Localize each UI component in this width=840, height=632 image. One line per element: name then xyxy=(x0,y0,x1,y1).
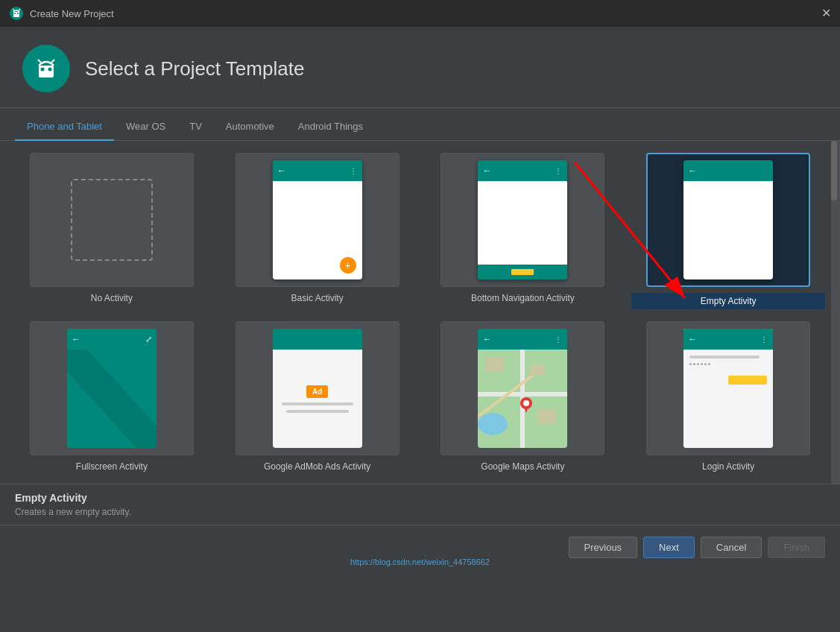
templates-area: No Activity ← ⋮ + Basic Activity xyxy=(0,141,840,484)
previous-button[interactable]: Previous xyxy=(569,537,638,558)
maps-mockup: ← ⋮ xyxy=(478,329,567,448)
basic-activity-toolbar: ← ⋮ xyxy=(273,160,362,181)
footer: https://blog.csdn.net/weixin_44758662 Pr… xyxy=(0,525,840,569)
fullscreen-body xyxy=(67,350,157,448)
template-login[interactable]: ← ⋮ xyxy=(631,321,825,472)
dot1 xyxy=(689,363,692,365)
title-bar-left: Create New Project xyxy=(9,6,114,21)
template-empty-activity[interactable]: ← Empty Activity xyxy=(631,153,825,309)
template-no-activity[interactable]: No Activity xyxy=(15,153,209,309)
template-basic-activity[interactable]: ← ⋮ + Basic Activity xyxy=(221,153,414,309)
svg-point-3 xyxy=(17,13,19,14)
template-no-activity-preview xyxy=(30,153,194,287)
admob-toolbar xyxy=(273,329,362,350)
page-title: Select a Project Template xyxy=(85,57,304,80)
bottom-info: Empty Activity Creates a new empty activ… xyxy=(0,484,840,525)
back-icon2: ← xyxy=(482,165,491,176)
maps-toolbar: ← ⋮ xyxy=(478,329,567,350)
svg-point-2 xyxy=(14,13,16,14)
template-login-label: Login Activity xyxy=(702,461,754,472)
template-fullscreen-preview: ← ⤢ xyxy=(30,321,194,455)
tab-android-things[interactable]: Android Things xyxy=(286,113,375,141)
template-no-activity-label: No Activity xyxy=(91,293,133,303)
templates-grid: No Activity ← ⋮ + Basic Activity xyxy=(15,153,825,472)
title-bar-title: Create New Project xyxy=(30,8,114,19)
dot5 xyxy=(704,363,707,365)
diagonal-decoration xyxy=(67,350,157,448)
tab-wear-os[interactable]: Wear OS xyxy=(114,113,177,141)
title-bar: Create New Project ✕ xyxy=(0,0,840,27)
bottom-nav-toolbar: ← ⋮ xyxy=(478,160,567,181)
selected-template-description: Creates a new empty activity. xyxy=(15,507,825,517)
tab-tv[interactable]: TV xyxy=(177,113,214,141)
dot3 xyxy=(697,363,699,365)
ad-badge: Ad xyxy=(306,385,328,398)
bottom-nav-mockup: ← ⋮ xyxy=(478,160,567,279)
empty-activity-body xyxy=(683,181,773,279)
tab-automotive[interactable]: Automotive xyxy=(214,113,286,141)
basic-activity-body: + xyxy=(273,181,362,279)
map-visual xyxy=(478,350,567,448)
menu-icon5: ⋮ xyxy=(555,335,563,344)
back-icon4: ← xyxy=(72,334,80,344)
back-icon5: ← xyxy=(482,334,491,344)
finish-button[interactable]: Finish xyxy=(768,537,825,558)
menu-icon2: ⋮ xyxy=(555,167,563,175)
fab-button: + xyxy=(340,257,356,274)
back-icon3: ← xyxy=(688,165,697,176)
admob-body: Ad xyxy=(273,350,362,448)
template-basic-activity-label: Basic Activity xyxy=(291,293,344,303)
bottom-nav-body xyxy=(478,181,567,265)
svg-point-8 xyxy=(41,68,45,72)
dot4 xyxy=(701,363,703,365)
template-maps[interactable]: ← ⋮ xyxy=(426,321,620,472)
template-empty-activity-label: Empty Activity xyxy=(631,293,825,309)
ad-line2 xyxy=(286,410,349,413)
template-admob-preview: Ad xyxy=(236,321,400,455)
svg-rect-19 xyxy=(485,357,504,372)
template-maps-label: Google Maps Activity xyxy=(481,461,564,472)
template-bottom-nav-preview: ← ⋮ xyxy=(440,153,604,287)
svg-rect-7 xyxy=(39,66,54,78)
tab-phone-tablet[interactable]: Phone and Tablet xyxy=(15,113,114,141)
scrollbar[interactable] xyxy=(831,141,840,484)
template-fullscreen-label: Fullscreen Activity xyxy=(76,461,148,472)
back-icon6: ← xyxy=(688,334,697,344)
menu-icon6: ⋮ xyxy=(760,335,768,344)
template-login-preview: ← ⋮ xyxy=(646,321,810,455)
nav-item xyxy=(511,269,534,275)
template-bottom-nav-label: Bottom Navigation Activity xyxy=(471,293,575,303)
login-field1 xyxy=(689,356,760,358)
svg-rect-21 xyxy=(537,409,556,424)
login-button xyxy=(728,376,767,385)
template-fullscreen[interactable]: ← ⤢ Fullscreen Activity xyxy=(15,321,209,472)
back-icon: ← xyxy=(277,165,286,176)
svg-line-14 xyxy=(67,350,157,448)
next-button[interactable]: Next xyxy=(643,537,695,558)
fullscreen-mockup: ← ⤢ xyxy=(67,329,157,448)
svg-point-9 xyxy=(48,68,52,72)
empty-activity-toolbar: ← xyxy=(683,160,773,181)
template-maps-preview: ← ⋮ xyxy=(440,321,604,455)
svg-rect-1 xyxy=(13,12,19,17)
footer-link[interactable]: https://blog.csdn.net/weixin_44758662 xyxy=(350,557,490,566)
login-mockup: ← ⋮ xyxy=(683,329,773,448)
close-button[interactable]: ✕ xyxy=(821,7,831,19)
svg-rect-20 xyxy=(530,364,545,376)
login-toolbar: ← ⋮ xyxy=(683,329,773,350)
template-admob-label: Google AdMob Ads Activity xyxy=(264,461,370,472)
admob-mockup: Ad xyxy=(273,329,362,448)
selected-template-title: Empty Activity xyxy=(15,492,825,504)
cancel-button[interactable]: Cancel xyxy=(701,537,762,558)
empty-activity-mockup: ← xyxy=(683,160,773,279)
header: Select a Project Template xyxy=(0,27,840,108)
template-admob[interactable]: Ad Google AdMob Ads Activity xyxy=(221,321,414,472)
bottom-nav-bar xyxy=(478,265,567,279)
template-bottom-nav[interactable]: ← ⋮ Bottom Navigation Activity xyxy=(426,153,620,309)
dot6 xyxy=(708,363,710,365)
ad-line1 xyxy=(282,402,353,405)
no-activity-box xyxy=(71,179,153,261)
login-dots xyxy=(689,363,767,365)
expand-icon: ⤢ xyxy=(145,335,152,344)
tab-bar: Phone and Tablet Wear OS TV Automotive A… xyxy=(0,108,840,141)
